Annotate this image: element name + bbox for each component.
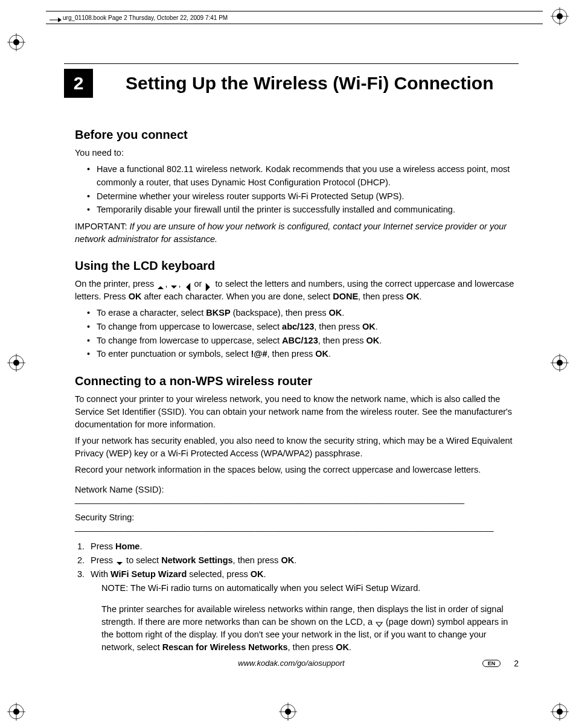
step-item: With WiFi Setup Wizard selected, press O… [87, 568, 519, 581]
footer-url: www.kodak.com/go/aiosupport [238, 659, 344, 668]
crop-mark-icon [7, 703, 25, 721]
list-item: Temporarily disable your firewall until … [87, 203, 519, 217]
section-title-lcd: Using the LCD keyboard [75, 259, 519, 273]
crop-mark-icon [279, 703, 297, 721]
important-note: IMPORTANT: If you are unsure of how your… [75, 220, 519, 246]
step-item: Press Home. [87, 540, 519, 554]
important-label: IMPORTANT: [75, 222, 127, 231]
ssid-field: Network Name (SSID): ___________________… [75, 485, 519, 504]
page-number: 2 [514, 659, 519, 668]
arrow-left-icon [184, 281, 192, 287]
list-item: To enter punctuation or symbols, select … [87, 348, 519, 361]
list-item: To change from lowercase to uppercase, s… [87, 334, 519, 348]
security-field: Security String: _______________________… [75, 512, 519, 532]
before-intro: You need to: [75, 147, 519, 159]
nonwps-p2: If your network has security enabled, yo… [75, 435, 519, 460]
section-title-nonwps: Connecting to a non-WPS wireless router [75, 374, 519, 388]
lcd-bullets: To erase a character, select BKSP (backs… [87, 307, 519, 361]
crop-mark-icon [551, 703, 569, 721]
arrow-down-icon [170, 281, 178, 287]
list-item: Have a functional 802.11 wireless networ… [87, 163, 519, 190]
header-arrow-icon [50, 14, 62, 21]
section-title-before: Before you connect [75, 128, 519, 142]
list-item: Determine whether your wireless router s… [87, 190, 519, 203]
important-text: If you are unsure of how your network is… [75, 222, 507, 244]
page-footer: www.kodak.com/go/aiosupport EN 2 [64, 659, 519, 668]
nonwps-steps: Press Home. Press to select Network Sett… [87, 540, 519, 581]
chapter-header: 2 Setting Up the Wireless (Wi-Fi) Connec… [64, 63, 519, 98]
step-note: NOTE: The Wi-Fi radio turns on automatic… [101, 582, 519, 595]
arrow-up-icon [156, 281, 165, 287]
crop-mark-icon [551, 7, 569, 25]
page-content: 2 Setting Up the Wireless (Wi-Fi) Connec… [64, 63, 519, 654]
page-down-icon [375, 619, 383, 627]
list-item: To erase a character, select BKSP (backs… [87, 307, 519, 320]
document-header: urg_01108.book Page 2 Thursday, October … [46, 11, 543, 24]
list-item: To change from uppercase to lowercase, s… [87, 321, 519, 334]
crop-mark-icon [551, 354, 569, 372]
file-info: urg_01108.book Page 2 Thursday, October … [63, 14, 228, 21]
crop-mark-icon [7, 33, 25, 51]
step-item: Press to select Network Settings, then p… [87, 554, 519, 567]
chapter-number: 2 [64, 69, 93, 98]
nonwps-p3: Record your network information in the s… [75, 464, 519, 476]
arrow-right-icon [204, 281, 213, 287]
svg-marker-29 [58, 18, 62, 22]
footer-right: EN 2 [482, 659, 519, 668]
language-badge: EN [482, 660, 501, 667]
lcd-intro: On the printer, press , , or to select t… [75, 278, 519, 303]
step-followup: The printer searches for available wirel… [101, 603, 519, 654]
before-bullets: Have a functional 802.11 wireless networ… [87, 163, 519, 217]
arrow-down-icon [115, 558, 124, 564]
chapter-title: Setting Up the Wireless (Wi-Fi) Connecti… [126, 68, 493, 95]
crop-mark-icon [7, 354, 25, 372]
nonwps-p1: To connect your printer to your wireless… [75, 393, 519, 431]
